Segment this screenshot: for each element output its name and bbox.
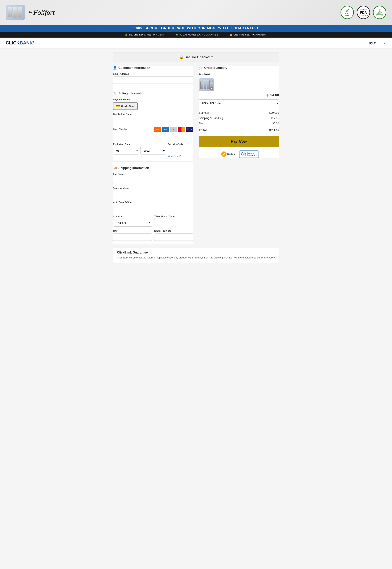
billing-info-title: Billing Information — [118, 92, 145, 95]
secure-payments-badge: © SecurePayments — [239, 151, 259, 158]
city-group: City — [113, 230, 152, 241]
shipping-info-title: Shipping Information — [118, 166, 149, 170]
card-number-group: Card Number DISC AMEX DC VISA — [113, 127, 193, 140]
discover-icon: DISC — [154, 127, 161, 132]
clickbank-logo: CLICKBANK® — [6, 40, 34, 46]
visa-icon: VISA — [186, 127, 193, 132]
apt-group: Apt / Suite / Other — [113, 201, 193, 212]
subtotal-row: Subtotal $294.00 — [199, 110, 279, 115]
expiry-cvv-row: Expiration Date 01020304 05060708 091011… — [113, 143, 193, 157]
card-icons: DISC AMEX DC VISA — [154, 127, 193, 132]
expiry-month-group: Expiration Date 01020304 05060708 091011… — [113, 143, 139, 157]
return-policy-link[interactable]: return policy — [261, 256, 275, 259]
dollar-icon: 💵 — [175, 33, 178, 36]
norton-badge: ✓ Norton — [219, 150, 237, 158]
city-label: City — [113, 230, 152, 232]
diners-icon: DC — [170, 127, 177, 132]
fullname-label: Full Name — [113, 173, 193, 175]
cart-icon: 🛒 — [199, 66, 203, 70]
country-select[interactable]: Thailand United States United Kingdom Au… — [113, 219, 152, 227]
guarantee-text: ClickBank will allow for the return or r… — [117, 256, 275, 260]
currency-selector[interactable]: USD - US Dollar EUR - Euro GBP - British… — [199, 100, 279, 107]
expiry-year-label — [140, 143, 166, 146]
street-label: Street Address — [113, 187, 193, 190]
credit-card-button[interactable]: 💳 Credit Card — [113, 102, 138, 110]
total-label: TOTAL — [199, 128, 208, 132]
order-totals: Subtotal $294.00 Shipping & Handling $17… — [199, 110, 279, 133]
guarantee-section: ClickBank Guarantee ClickBank will allow… — [113, 248, 279, 263]
expiry-year-select[interactable]: 202220232024 202520262027 — [140, 147, 166, 155]
credit-card-label: Credit Card — [121, 105, 135, 108]
shipping-icon: 🚚 — [113, 166, 117, 170]
card-number-input[interactable] — [113, 133, 193, 140]
secure-payments-label: SecurePayments — [247, 152, 257, 156]
secure-bar: 100% SECURE ORDER PAGE WITH OUR MONEY-BA… — [0, 25, 392, 32]
payment-method-group: Payment Method 💳 Credit Card — [113, 98, 193, 110]
subtotal-value: $294.00 — [269, 111, 279, 114]
mastercard-icon — [178, 127, 185, 132]
shipping-section: 🚚 Shipping Information Full Name Street … — [113, 166, 193, 244]
credit-card-icon: 💳 — [116, 104, 120, 108]
feature-money-back: 💵 60-DAY MONEY BACK GUARANTEE — [175, 33, 218, 36]
billing-icon: 🏷️ — [113, 92, 117, 95]
shipping-label: Shipping & Handling — [199, 116, 223, 120]
total-row: TOTAL $311.95 — [199, 127, 279, 133]
card-number-row: Card Number DISC AMEX DC VISA — [113, 127, 193, 132]
country-group: Country Thailand United States United Ki… — [113, 215, 152, 227]
fullname-group: Full Name — [113, 173, 193, 184]
norton-label: Norton — [227, 153, 235, 156]
guarantee-title: ClickBank Guarantee — [117, 251, 275, 254]
fda-badge: ★★★★★ FDA REGISTERED — [357, 6, 370, 19]
city-state-row: City State / Province — [113, 230, 193, 244]
order-summary-title: Order Summary — [204, 66, 227, 70]
gmo-free-badge: 🌿 GMO FREE — [340, 6, 354, 19]
lock-icon: 🔒 — [125, 33, 128, 36]
expiry-month-select[interactable]: 01020304 05060708 09101112 — [113, 147, 139, 155]
gmp-badge: 🏅 GMP CERTIFIED — [373, 6, 386, 19]
cardholder-label: Cardholder Name — [113, 113, 193, 115]
email-label: Email Address — [113, 73, 193, 75]
feature-secure-payment: 🔒 SECURE & DISCREET PAYMENT — [125, 33, 164, 36]
customer-info-title: Customer Information — [118, 66, 150, 70]
secure-checkout-header: 🔒 Secure Checkout — [113, 52, 279, 62]
customer-icon: 👤 — [113, 66, 117, 70]
cardholder-group: Cardholder Name — [113, 113, 193, 124]
fullname-input[interactable] — [113, 177, 193, 184]
norton-check-icon: ✓ — [221, 151, 226, 157]
language-selector[interactable]: English Spanish French German — [365, 40, 386, 46]
banner-folifort-logo: Foli Folifort — [28, 8, 55, 16]
pay-now-button[interactable]: Pay Now — [199, 136, 279, 147]
product-name: FoliFort x 6 — [199, 73, 279, 76]
country-label: Country — [113, 215, 152, 218]
customer-info-header: 👤 Customer Information — [113, 66, 193, 70]
site-header: CLICKBANK® English Spanish French German — [0, 38, 392, 48]
subtotal-label: Subtotal — [199, 111, 209, 114]
feature-no-autoship: 👍 ONE TIME FEE - NO AUTOSHIP — [229, 33, 267, 36]
apt-input[interactable] — [113, 205, 193, 212]
order-summary-header: 🛒 Order Summary — [199, 66, 279, 70]
country-zip-row: Country Thailand United States United Ki… — [113, 215, 193, 230]
zip-label: ZIP or Postal Code — [154, 215, 193, 218]
tax-row: Tax $0.00 — [199, 121, 279, 126]
cvv-input[interactable] — [168, 147, 193, 154]
main-container: 🔒 Secure Checkout 👤 Customer Information… — [110, 52, 282, 263]
cvv-group: Security Code What is this? — [168, 143, 193, 157]
zip-input[interactable] — [154, 219, 193, 226]
billing-info-header: 🏷️ Billing Information — [113, 92, 193, 95]
tax-label: Tax — [199, 122, 203, 125]
state-input[interactable] — [154, 233, 193, 241]
banner-logo-area: Foli Folifort — [6, 5, 55, 20]
what-is-this-link[interactable]: What is this? — [168, 155, 193, 157]
payment-method-label: Payment Method — [113, 98, 193, 101]
street-input[interactable] — [113, 191, 193, 198]
expiry-year-group: 202220232024 202520262027 — [140, 143, 166, 157]
product-image: ★ — [199, 78, 214, 91]
zip-group: ZIP or Postal Code — [154, 215, 193, 227]
product-bottles-image — [6, 5, 25, 20]
banner: Foli Folifort 🌿 GMO FREE ★★★★★ FDA REGIS… — [0, 0, 392, 25]
email-input[interactable] — [113, 76, 193, 84]
cardholder-input[interactable] — [113, 117, 193, 124]
thumbs-up-icon: 👍 — [229, 33, 232, 36]
amex-icon: AMEX — [162, 127, 169, 132]
city-input[interactable] — [113, 233, 152, 241]
